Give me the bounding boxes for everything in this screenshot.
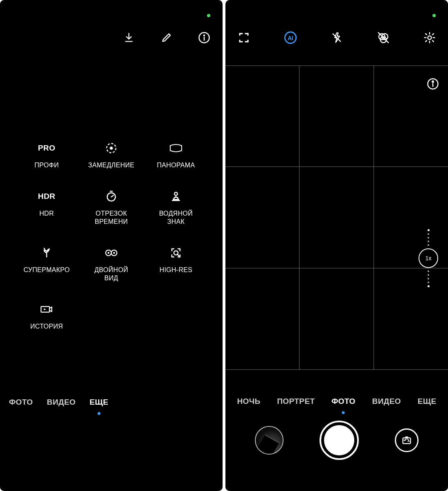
camera-modes-grid: PRO ПРОФИ ЗАМЕДЛЕНИЕ ПАНОРАМА HDR HDR ОТ… [16, 142, 206, 331]
svg-point-1 [203, 35, 205, 36]
mode-pro[interactable]: PRO ПРОФИ [16, 142, 77, 169]
zoom-level[interactable]: 1x [419, 248, 438, 268]
mode-label: ЗАМЕДЛЕНИЕ [88, 161, 134, 169]
panorama-icon [169, 142, 182, 155]
mode-slowmo[interactable]: ЗАМЕДЛЕНИЕ [81, 142, 142, 169]
camera-more-screen: PRO ПРОФИ ЗАМЕДЛЕНИЕ ПАНОРАМА HDR HDR ОТ… [0, 0, 223, 491]
mode-label: СУПЕРМАКРО [24, 266, 70, 274]
switch-camera-button[interactable] [395, 428, 419, 452]
flash-off-icon[interactable] [330, 31, 344, 45]
svg-point-16 [428, 36, 432, 40]
scan-icon[interactable] [237, 31, 251, 45]
settings-icon[interactable] [423, 31, 437, 45]
zoom-slider[interactable]: 1x [419, 229, 438, 287]
mode-supermacro[interactable]: СУПЕРМАКРО [16, 246, 77, 282]
story-icon [40, 303, 53, 316]
shutter-button[interactable] [320, 421, 359, 460]
mode-label: HIGH-RES [160, 266, 193, 274]
mode-hdr[interactable]: HDR HDR [16, 190, 77, 226]
macro-icon [40, 246, 53, 259]
mode-highres[interactable]: HIGH-RES [146, 246, 206, 282]
tab-portrait[interactable]: ПОРТРЕТ [277, 397, 315, 406]
mode-tabs: ФОТО ВИДЕО ЕЩЕ [9, 398, 108, 407]
stamp-icon [169, 190, 182, 203]
mode-label: ИСТОРИЯ [30, 322, 63, 331]
slowmo-icon [105, 142, 118, 155]
viewfinder-grid[interactable] [225, 65, 448, 370]
mode-label: ПРОФИ [34, 161, 59, 169]
tab-video[interactable]: ВИДЕО [372, 397, 401, 406]
status-privacy-dot [432, 14, 436, 17]
download-icon[interactable] [123, 32, 135, 44]
dualview-icon [105, 246, 118, 259]
timer-icon [105, 190, 118, 203]
mode-dualview[interactable]: ДВОЙНОЙ ВИД [81, 246, 142, 282]
mode-panorama[interactable]: ПАНОРАМА [146, 142, 206, 169]
edit-icon[interactable] [160, 32, 173, 44]
svg-point-8 [113, 252, 115, 254]
highres-icon [169, 246, 182, 259]
tab-photo[interactable]: ФОТО [9, 398, 33, 407]
top-toolbar: AI [237, 28, 437, 47]
svg-point-7 [108, 252, 110, 254]
mode-label: ВОДЯНОЙ ЗНАК [159, 209, 193, 226]
filter-off-icon[interactable] [376, 31, 390, 45]
info-icon[interactable] [198, 32, 210, 44]
tab-video[interactable]: ВИДЕО [47, 398, 76, 407]
camera-bottom-controls [225, 419, 448, 462]
svg-point-18 [432, 81, 433, 82]
svg-point-3 [110, 146, 113, 150]
mode-label: HDR [39, 209, 54, 218]
mode-label: ДВОЙНОЙ ВИД [95, 266, 128, 282]
top-toolbar [123, 26, 210, 49]
mode-label: ПАНОРАМА [157, 161, 195, 169]
hdr-icon: HDR [40, 190, 53, 203]
mode-tabs: НОЧЬ ПОРТРЕТ ФОТО ВИДЕО ЕЩЕ [225, 397, 448, 406]
tab-photo[interactable]: ФОТО [331, 397, 356, 406]
svg-text:AI: AI [288, 35, 293, 41]
mode-label: ОТРЕЗОК ВРЕМЕНИ [95, 209, 128, 226]
mode-watermark[interactable]: ВОДЯНОЙ ЗНАК [146, 190, 206, 226]
camera-photo-screen: AI 1x НОЧЬ ПОРТРЕТ ФОТО ВИДЕО ЕЩЕ [225, 0, 448, 491]
mode-story[interactable]: ИСТОРИЯ [16, 303, 77, 331]
tab-more[interactable]: ЕЩЕ [418, 397, 437, 406]
pro-icon: PRO [40, 142, 53, 155]
mode-timelapse[interactable]: ОТРЕЗОК ВРЕМЕНИ [81, 190, 142, 226]
status-privacy-dot [207, 14, 210, 17]
info-icon[interactable] [427, 78, 439, 90]
tab-more[interactable]: ЕЩЕ [90, 398, 108, 407]
gallery-thumbnail[interactable] [255, 426, 284, 455]
tab-night[interactable]: НОЧЬ [237, 397, 260, 406]
ai-icon[interactable]: AI [284, 31, 297, 45]
